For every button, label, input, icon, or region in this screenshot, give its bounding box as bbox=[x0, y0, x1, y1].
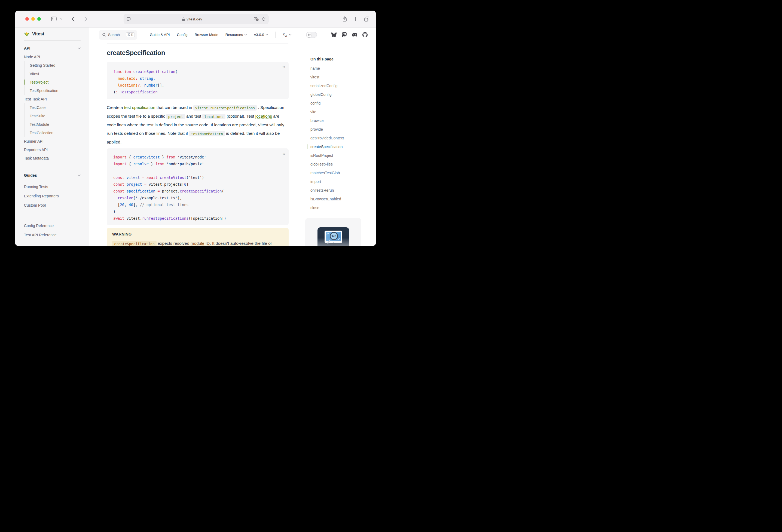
toc-item-createspecification[interactable]: createSpecification bbox=[307, 142, 376, 151]
sidebar-section-guides[interactable]: Guides bbox=[24, 171, 81, 180]
minimize-window-button[interactable] bbox=[31, 17, 35, 21]
share-icon[interactable] bbox=[343, 16, 347, 22]
code-lang-badge: ts bbox=[283, 150, 285, 157]
sidebar-item-vitest[interactable]: Vitest bbox=[30, 69, 81, 78]
vitest-logo-icon bbox=[24, 31, 30, 37]
toc-item-globalconfig[interactable]: globalConfig bbox=[307, 90, 376, 99]
search-icon bbox=[102, 33, 106, 36]
search-input[interactable]: Search ⌘ K bbox=[99, 30, 137, 40]
signature-code-block: ts function createSpecification( moduleI… bbox=[107, 62, 289, 99]
sidebar-subgroup: TestCaseTestSuiteTestModuleTestCollectio… bbox=[24, 103, 81, 137]
nav-link-resources[interactable]: Resources bbox=[225, 33, 247, 37]
toc-item-vite[interactable]: vite bbox=[307, 108, 376, 116]
theme-toggle[interactable] bbox=[306, 32, 317, 38]
github-icon[interactable] bbox=[362, 32, 367, 37]
toc-item-matchestestglob[interactable]: matchesTestGlob bbox=[307, 169, 376, 177]
warning-callout: WARNING createSpecification expects reso… bbox=[107, 228, 289, 246]
sidebar-item-test-api-reference[interactable]: Test API Reference bbox=[24, 230, 81, 240]
site-navbar: Search ⌘ K Guide & APIConfigBrowser Mode… bbox=[89, 28, 376, 42]
sidebar-section-label: Guides bbox=[24, 173, 37, 178]
sidebar-item-testspecification[interactable]: TestSpecification bbox=[30, 86, 81, 95]
code-lang-badge: ts bbox=[283, 64, 285, 71]
nav-links: Guide & APIConfigBrowser ModeResourcesv3… bbox=[150, 32, 367, 38]
sidebar-item-reporters-api[interactable]: Reporters API bbox=[24, 145, 81, 154]
code-search-illustration: </> bbox=[318, 227, 349, 246]
sidebar-toggle-icon[interactable] bbox=[48, 14, 59, 24]
sidebar-item-running-tests[interactable]: Running Tests bbox=[24, 182, 81, 191]
reload-icon[interactable] bbox=[262, 17, 265, 21]
nav-link-browser-mode[interactable]: Browser Mode bbox=[195, 33, 218, 37]
close-window-button[interactable] bbox=[25, 17, 29, 21]
discord-icon[interactable] bbox=[352, 32, 357, 37]
browser-toolbar: vitest.dev A x bbox=[15, 11, 376, 28]
sidebar-section-api[interactable]: API bbox=[24, 44, 81, 52]
toc-item-ontestsrerun[interactable]: onTestsRerun bbox=[307, 186, 376, 195]
zoom-window-button[interactable] bbox=[37, 17, 41, 21]
page-title: createSpecification bbox=[107, 48, 289, 57]
warning-body: createSpecification expects resolved mod… bbox=[112, 240, 283, 246]
toc-item-close[interactable]: close bbox=[307, 203, 376, 212]
nav-link-config[interactable]: Config bbox=[177, 33, 188, 37]
tab-overview-icon[interactable] bbox=[364, 16, 369, 22]
nav-link-v3-0-0[interactable]: v3.0.0 bbox=[254, 33, 268, 37]
vitest-logo[interactable]: Vitest bbox=[24, 28, 81, 40]
new-tab-icon[interactable] bbox=[353, 17, 358, 21]
svg-text:x̌: x̌ bbox=[283, 32, 285, 36]
toc-title: On this page bbox=[307, 56, 376, 62]
toc-item-vitest[interactable]: vitest bbox=[307, 73, 376, 81]
sidebar-item-runner-api[interactable]: Runner API bbox=[24, 137, 81, 145]
toc-item-import[interactable]: import bbox=[307, 177, 376, 186]
toc-item-globtestfiles[interactable]: globTestFiles bbox=[307, 160, 376, 169]
code-link[interactable]: testNamePattern bbox=[189, 131, 225, 136]
toc-item-name[interactable]: name bbox=[307, 64, 376, 73]
sidebar-item-testmodule[interactable]: TestModule bbox=[30, 120, 81, 129]
text-link[interactable]: test specification bbox=[124, 105, 155, 110]
toc-list: namevitestserializedConfigglobalConfigco… bbox=[307, 64, 376, 212]
sidebar-item-getting-started[interactable]: Getting Started bbox=[30, 61, 81, 69]
divider bbox=[24, 167, 81, 167]
language-icon[interactable]: x̌A bbox=[283, 32, 292, 37]
browser-window: vitest.dev A x bbox=[15, 11, 376, 246]
mastodon-icon[interactable] bbox=[342, 32, 347, 37]
chevron-down-icon bbox=[265, 34, 268, 36]
toc-item-serializedconfig[interactable]: serializedConfig bbox=[307, 81, 376, 90]
sidebar-item-node-api[interactable]: Node API bbox=[24, 52, 81, 61]
sidebar-item-testproject[interactable]: TestProject bbox=[30, 78, 81, 86]
sidebar-item-testcase[interactable]: TestCase bbox=[30, 103, 81, 112]
address-bar[interactable]: vitest.dev A x bbox=[123, 14, 269, 24]
toc-item-provide[interactable]: provide bbox=[307, 125, 376, 134]
toc-item-config[interactable]: config bbox=[307, 99, 376, 108]
site-title: Vitest bbox=[32, 31, 44, 36]
text-link[interactable]: module ID bbox=[190, 241, 210, 246]
text-link[interactable]: locations bbox=[255, 114, 272, 119]
inline-code: locations bbox=[202, 114, 225, 119]
sponsor-card[interactable]: </> bbox=[305, 218, 361, 246]
divider bbox=[24, 217, 81, 217]
toc-item-isrootproject[interactable]: isRootProject bbox=[307, 151, 376, 160]
reader-icon[interactable] bbox=[127, 17, 131, 21]
chevron-down-icon bbox=[78, 47, 81, 49]
toc-item-isbrowserenabled[interactable]: isBrowserEnabled bbox=[307, 195, 376, 203]
inline-code: project bbox=[166, 114, 185, 119]
warning-title: WARNING bbox=[112, 231, 283, 237]
toc-item-getprovidedcontext[interactable]: getProvidedContext bbox=[307, 134, 376, 142]
back-button[interactable] bbox=[69, 14, 77, 24]
sidebar-item-config-reference[interactable]: Config Reference bbox=[24, 221, 81, 230]
translate-page-icon[interactable]: A x bbox=[254, 17, 259, 21]
toc-item-browser[interactable]: browser bbox=[307, 116, 376, 125]
code-link[interactable]: vitest.runTestSpecifications bbox=[193, 105, 257, 110]
nav-link-guide-api[interactable]: Guide & API bbox=[150, 33, 170, 37]
sidebar-item-task-metadata[interactable]: Task Metadata bbox=[24, 154, 81, 162]
sidebar-chevron-icon[interactable] bbox=[59, 14, 65, 24]
inline-code: createSpecification bbox=[112, 241, 156, 246]
sidebar-nav: APINode APIGetting StartedVitestTestProj… bbox=[24, 41, 81, 240]
sidebar-item-custom-pool[interactable]: Custom Pool bbox=[24, 201, 81, 210]
sidebar-item-testcollection[interactable]: TestCollection bbox=[30, 129, 81, 137]
sidebar-item-extending-reporters[interactable]: Extending Reporters bbox=[24, 191, 81, 201]
forward-button[interactable] bbox=[82, 14, 90, 24]
sidebar-item-testsuite[interactable]: TestSuite bbox=[30, 112, 81, 120]
bluesky-icon[interactable] bbox=[331, 32, 336, 37]
traffic-lights bbox=[25, 17, 41, 21]
url-text[interactable]: vitest.dev bbox=[186, 17, 202, 21]
sidebar-item-test-task-api[interactable]: Test Task API bbox=[24, 95, 81, 103]
